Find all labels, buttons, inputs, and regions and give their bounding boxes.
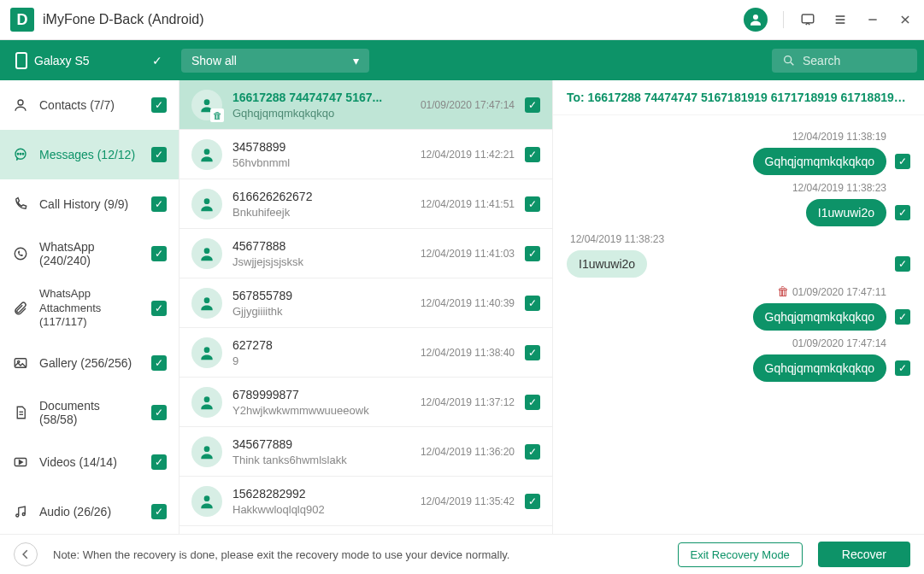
checkbox[interactable] [151, 355, 167, 371]
checkbox[interactable] [895, 309, 910, 325]
checkbox[interactable] [525, 444, 540, 460]
checkbox[interactable] [525, 147, 540, 162]
sidebar-item-label: Messages (12/12) [39, 148, 141, 161]
conversation-title: 345677889 [232, 437, 410, 451]
search-box[interactable] [772, 49, 917, 73]
conversation-snippet: Think tanks6hwmlslakk [232, 454, 410, 466]
sidebar-item-documents[interactable]: Documents (58/58) [0, 388, 179, 437]
checkbox[interactable] [525, 97, 540, 113]
conversation-item[interactable]: 15628282992Hakkwwloqlqlq90212/04/2019 11… [180, 477, 552, 526]
checkbox[interactable] [151, 454, 167, 470]
svg-marker-21 [20, 460, 23, 465]
search-input[interactable] [803, 54, 888, 67]
conversation-snippet: Y2hwjkwkwmmwwuueeowk [232, 404, 410, 417]
checkbox[interactable] [151, 97, 167, 113]
conversation-time: 12/04/2019 11:42:21 [421, 149, 515, 161]
conversation-item[interactable]: 3457889956hvbnmml12/04/2019 11:42:21 [180, 130, 552, 179]
sidebar-item-label: Gallery (256/256) [39, 356, 141, 370]
avatar-icon [191, 486, 222, 517]
avatar-icon [191, 288, 222, 319]
checkbox[interactable] [525, 395, 540, 410]
svg-point-13 [20, 154, 21, 155]
avatar-icon [191, 436, 222, 467]
svg-point-32 [204, 495, 210, 501]
attachment-icon [12, 301, 29, 316]
gallery-icon [12, 355, 29, 371]
message-timestamp: 12/04/2019 11:38:23 [570, 233, 910, 245]
checkbox[interactable] [151, 196, 167, 212]
sidebar-item-videos[interactable]: Videos (14/14) [0, 437, 179, 487]
close-icon[interactable] [897, 11, 914, 28]
conversation-item[interactable]: 345677889Think tanks6hwmlslakk12/04/2019… [180, 427, 552, 477]
svg-point-14 [22, 154, 24, 155]
feedback-icon[interactable] [799, 11, 816, 28]
sidebar-item-label: WhatsApp Attachments (117/117) [39, 287, 141, 331]
trash-icon: 🗑 [210, 108, 224, 122]
avatar-icon [191, 189, 222, 220]
back-button[interactable] [14, 542, 38, 566]
conversation-item[interactable]: 🗑16617288 74474747 5167...Gqhqjqmqmkqkqk… [180, 80, 552, 130]
conversation-time: 12/04/2019 11:41:51 [421, 198, 515, 210]
main: Contacts (7/7)Messages (12/12)Call Histo… [0, 80, 924, 534]
checkbox[interactable] [151, 147, 167, 162]
checkbox[interactable] [151, 301, 167, 316]
sidebar-item-messages[interactable]: Messages (12/12) [0, 130, 179, 179]
checkbox[interactable] [151, 246, 167, 261]
sidebar-item-wa-attach[interactable]: WhatsApp Attachments (117/117) [0, 278, 179, 338]
device-name: Galaxy S5 [34, 54, 90, 67]
conversation-item[interactable]: 616626262672Bnkuhifeejk12/04/2019 11:41:… [180, 179, 552, 229]
conversation-title: 627278 [232, 338, 410, 352]
sidebar-item-contacts[interactable]: Contacts (7/7) [0, 80, 179, 130]
message-row: I1uwuwi2o [567, 250, 910, 278]
conversation-snippet: 9 [232, 354, 410, 367]
filter-label: Show all [191, 54, 237, 67]
exit-recovery-button[interactable]: Exit Recovery Mode [678, 542, 803, 567]
sidebar-item-whatsapp[interactable]: WhatsApp (240/240) [0, 229, 179, 278]
sidebar-item-label: Videos (14/14) [39, 455, 141, 469]
app-title: iMyFone D-Back (Android) [43, 12, 744, 27]
checkbox[interactable] [525, 246, 540, 261]
checkbox[interactable] [895, 256, 910, 272]
device-selector[interactable]: Galaxy S5 ✓ [7, 47, 171, 74]
checkbox[interactable] [525, 345, 540, 360]
filter-dropdown[interactable]: Show all ▾ [181, 49, 369, 73]
sidebar-item-call-history[interactable]: Call History (9/9) [0, 179, 179, 229]
sidebar-item-gallery[interactable]: Gallery (256/256) [0, 338, 179, 388]
conversation-item[interactable]: 6789999877Y2hwjkwkwmmwwuueeowk12/04/2019… [180, 378, 552, 427]
checkbox[interactable] [525, 296, 540, 311]
conversation-item[interactable]: 627278912/04/2019 11:38:40 [180, 328, 552, 378]
sidebar-item-audio[interactable]: Audio (26/26) [0, 487, 179, 534]
account-icon[interactable] [744, 8, 768, 32]
conversation-item[interactable]: 567855789Gjjygiiiithk12/04/2019 11:40:39 [180, 278, 552, 328]
svg-rect-1 [802, 15, 814, 23]
minimize-icon[interactable] [864, 11, 881, 28]
svg-point-15 [15, 248, 26, 260]
conversation-item[interactable]: 45677888Jswjjejsjsjsksk12/04/2019 11:41:… [180, 229, 552, 278]
checkbox[interactable] [151, 405, 167, 420]
checkbox[interactable] [895, 360, 910, 376]
search-icon [782, 54, 796, 67]
conversation-snippet: Hakkwwloqlqlq902 [232, 503, 410, 516]
sidebar-item-label: Documents (58/58) [39, 399, 141, 426]
conversation-time: 12/04/2019 11:35:42 [421, 495, 515, 507]
conversation-time: 12/04/2019 11:38:40 [421, 347, 515, 359]
checkbox[interactable] [525, 494, 540, 509]
message-timestamp: 12/04/2019 11:38:23 [567, 182, 886, 194]
sidebar-item-label: Contacts (7/7) [39, 98, 141, 112]
recover-button[interactable]: Recover [818, 542, 910, 567]
chat-panel: To: 16617288 74474747 5167181919 6171718… [553, 80, 924, 534]
checkbox[interactable] [151, 504, 167, 519]
avatar-icon [191, 387, 222, 418]
message-icon [12, 147, 29, 162]
checkbox[interactable] [895, 205, 910, 220]
checkbox[interactable] [895, 154, 910, 169]
check-icon: ✓ [152, 54, 162, 67]
message-row: Gqhqjqmqmkqkqkqo [567, 148, 910, 175]
app-logo: D [10, 8, 34, 32]
conversation-snippet: 56hvbnmml [232, 156, 410, 169]
conversation-title: 45677888 [232, 239, 410, 253]
checkbox[interactable] [525, 196, 540, 212]
conversation-list: 🗑16617288 74474747 5167...Gqhqjqmqmkqkqk… [180, 80, 553, 534]
message-bubble-outgoing: Gqhqjqmqmkqkqkqo [753, 354, 886, 382]
menu-icon[interactable] [832, 11, 849, 28]
